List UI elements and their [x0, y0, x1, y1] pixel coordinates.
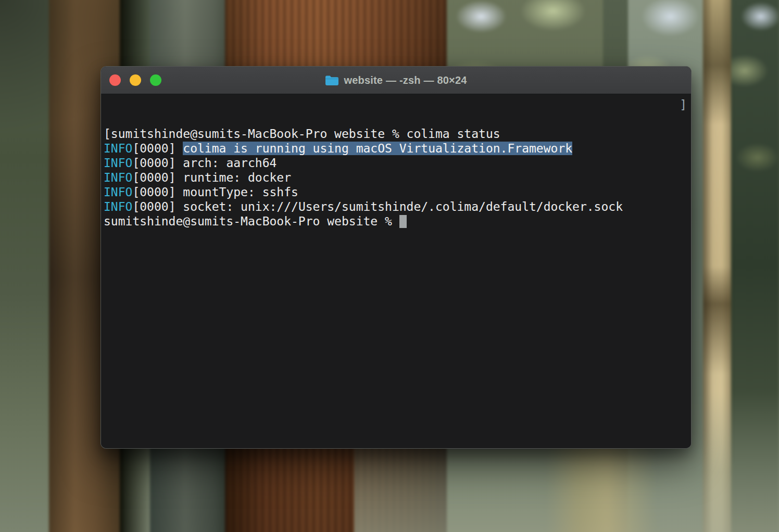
terminal-window: website — -zsh — 80×24 [sumitshinde@sumi…: [100, 66, 692, 449]
terminal-line: INFO[0000] mountType: sshfs: [104, 185, 688, 199]
terminal-text-info: INFO: [104, 185, 132, 199]
terminal-line: INFO[0000] socket: unix:///Users/sumitsh…: [104, 199, 688, 214]
terminal-text-info: INFO: [104, 200, 132, 213]
terminal-line: [sumitshinde@sumits-MacBook-Pro website …: [104, 126, 688, 141]
terminal-cursor: [399, 215, 407, 228]
window-title: website — -zsh — 80×24: [344, 74, 467, 86]
terminal-text-plain: sumitshinde@sumits-MacBook-Pro website %: [104, 214, 399, 228]
terminal-line: INFO[0000] runtime: docker: [104, 170, 688, 185]
terminal-line: INFO[0000] arch: aarch64: [104, 156, 688, 170]
terminal-lines: [sumitshinde@sumits-MacBook-Pro website …: [104, 126, 688, 229]
right-edge-bracket: ]: [680, 97, 687, 112]
terminal-text-info: INFO: [104, 156, 132, 170]
terminal-text-plain: [0000] arch: aarch64: [132, 156, 277, 170]
terminal-text-plain: [0000]: [132, 142, 183, 155]
terminal-text-plain: [sumitshinde@sumits-MacBook-Pro website …: [104, 127, 500, 141]
titlebar[interactable]: website — -zsh — 80×24: [101, 67, 691, 94]
traffic-lights: [109, 67, 161, 94]
minimize-button[interactable]: [130, 74, 141, 86]
terminal-text-plain: [0000] socket: unix:///Users/sumitshinde…: [132, 200, 623, 213]
folder-icon: [325, 75, 338, 86]
terminal-line: INFO[0000] colima is running using macOS…: [104, 141, 688, 156]
terminal-line: sumitshinde@sumits-MacBook-Pro website %: [104, 214, 688, 229]
close-button[interactable]: [109, 74, 121, 86]
terminal-text-plain: [0000] runtime: docker: [132, 171, 291, 184]
terminal-text-info: INFO: [104, 171, 132, 184]
terminal-text-info: INFO: [104, 142, 132, 155]
terminal-text-plain: [0000] mountType: sshfs: [132, 185, 298, 199]
zoom-button[interactable]: [150, 74, 161, 86]
terminal-text-selection: colima is running using macOS Virtualiza…: [183, 142, 572, 155]
window-title-group: website — -zsh — 80×24: [325, 74, 467, 86]
terminal-output[interactable]: [sumitshinde@sumits-MacBook-Pro website …: [101, 94, 691, 448]
